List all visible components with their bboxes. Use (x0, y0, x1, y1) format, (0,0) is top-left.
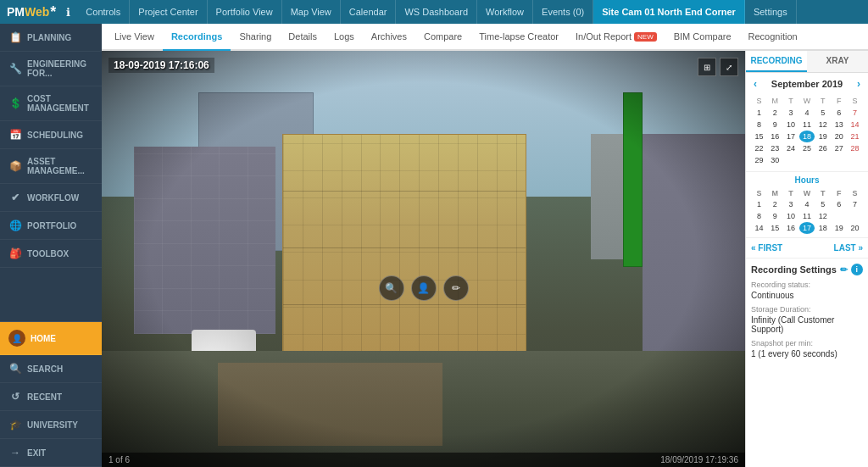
hour-cell[interactable]: 20 (847, 222, 863, 234)
hour-cell[interactable]: 9 (767, 210, 783, 222)
tab-bim-compare[interactable]: BIM Compare (665, 24, 740, 51)
calendar-day[interactable]: 15 (751, 131, 767, 142)
hour-cell[interactable]: 14 (751, 222, 767, 234)
sidebar-item-exit[interactable]: → EXIT (0, 439, 102, 467)
sidebar-item-cost[interactable]: 💲 COST MANAGEMENT (0, 86, 102, 121)
tab-timelapse[interactable]: Time-lapse Creator (470, 24, 567, 51)
calendar-day[interactable] (815, 154, 831, 166)
cal-prev-btn[interactable]: ‹ (751, 78, 760, 90)
sidebar-item-engineering[interactable]: 🔧 ENGINEERING FOR... (0, 52, 102, 86)
cal-next-btn[interactable]: › (854, 78, 863, 90)
tab-inout-report[interactable]: In/Out Report NEW (567, 24, 665, 51)
hour-cell[interactable]: 8 (751, 210, 767, 222)
hour-cell[interactable]: 3 (783, 198, 799, 210)
camera-edit-btn[interactable]: ✏ (443, 275, 469, 301)
hour-cell[interactable]: 7 (847, 198, 863, 210)
tab-compare[interactable]: Compare (415, 24, 470, 51)
topnav-workflow[interactable]: Workflow (477, 0, 533, 24)
sidebar-item-university[interactable]: 🎓 UNIVERSITY (0, 411, 102, 439)
panel-tab-recording[interactable]: RECORDING (746, 51, 807, 72)
topnav-ws-dashboard[interactable]: WS Dashboard (396, 0, 477, 24)
topnav-events[interactable]: Events (0) (533, 0, 593, 24)
sidebar-item-asset[interactable]: 📦 ASSET MANAGEME... (0, 149, 102, 184)
calendar-day[interactable]: 22 (751, 142, 767, 154)
camera-user-btn[interactable]: 👤 (411, 275, 437, 301)
calendar-day[interactable]: 2 (767, 107, 783, 119)
last-button[interactable]: LAST » (834, 243, 863, 253)
calendar-day[interactable]: 4 (799, 107, 815, 119)
calendar-day[interactable] (847, 154, 863, 166)
calendar-day[interactable]: 19 (815, 131, 831, 142)
calendar-day[interactable]: 3 (783, 107, 799, 119)
calendar-day[interactable]: 1 (751, 107, 767, 119)
calendar-day[interactable] (831, 154, 847, 166)
calendar-day[interactable]: 9 (767, 119, 783, 131)
tab-logs[interactable]: Logs (326, 24, 363, 51)
hour-cell[interactable]: 2 (767, 198, 783, 210)
tab-live-view[interactable]: Live View (106, 24, 163, 51)
topnav-info-icon[interactable]: ℹ (66, 6, 70, 19)
camera-zoom-btn[interactable]: 🔍 (379, 275, 404, 301)
calendar-day[interactable]: 11 (799, 119, 815, 131)
hour-cell[interactable]: 15 (767, 222, 783, 234)
hour-cell[interactable]: 12 (815, 210, 831, 222)
calendar-day[interactable]: 8 (751, 119, 767, 131)
calendar-day[interactable]: 10 (783, 119, 799, 131)
tab-recognition[interactable]: Recognition (740, 24, 806, 51)
calendar-day[interactable]: 23 (767, 142, 783, 154)
hour-cell[interactable] (831, 210, 847, 222)
recording-settings-edit-icon[interactable]: ✏ (840, 264, 848, 275)
tab-sharing[interactable]: Sharing (231, 24, 280, 51)
calendar-day[interactable]: 18 (799, 131, 815, 142)
calendar-day[interactable]: 6 (831, 107, 847, 119)
hour-cell[interactable]: 6 (831, 198, 847, 210)
sidebar-item-search[interactable]: 🔍 SEARCH (0, 355, 102, 383)
calendar-day[interactable]: 24 (783, 142, 799, 154)
calendar-day[interactable] (799, 154, 815, 166)
hour-cell[interactable] (847, 210, 863, 222)
calendar-day[interactable]: 30 (767, 154, 783, 166)
calendar-day[interactable]: 26 (815, 142, 831, 154)
calendar-day[interactable] (783, 154, 799, 166)
topnav-calendar[interactable]: Calendar (341, 0, 397, 24)
sidebar-item-workflow[interactable]: ✔ WORKFLOW (0, 184, 102, 212)
calendar-day[interactable]: 25 (799, 142, 815, 154)
sidebar-item-portfolio[interactable]: 🌐 PORTFOLIO (0, 212, 102, 240)
calendar-day[interactable]: 12 (815, 119, 831, 131)
topnav-controls[interactable]: Controls (77, 0, 130, 24)
calendar-day[interactable]: 5 (815, 107, 831, 119)
hour-cell[interactable]: 18 (815, 222, 831, 234)
calendar-day[interactable]: 17 (783, 131, 799, 142)
tab-details[interactable]: Details (280, 24, 326, 51)
calendar-day[interactable]: 14 (847, 119, 863, 131)
hour-cell[interactable]: 4 (799, 198, 815, 210)
hour-cell[interactable]: 5 (815, 198, 831, 210)
camera-fullscreen-btn[interactable]: ⤢ (720, 58, 738, 76)
camera-grid-btn[interactable]: ⊞ (698, 58, 716, 76)
calendar-day[interactable]: 29 (751, 154, 767, 166)
hour-cell[interactable]: 17 (799, 222, 815, 234)
hour-cell[interactable]: 10 (783, 210, 799, 222)
topnav-map-view[interactable]: Map View (282, 0, 341, 24)
recording-settings-info-icon[interactable]: i (851, 264, 863, 275)
calendar-day[interactable]: 21 (847, 131, 863, 142)
hour-cell[interactable]: 11 (799, 210, 815, 222)
sidebar-item-home[interactable]: 👤 HOME (0, 322, 102, 355)
calendar-day[interactable]: 27 (831, 142, 847, 154)
calendar-day[interactable]: 20 (831, 131, 847, 142)
hour-cell[interactable]: 19 (831, 222, 847, 234)
calendar-day[interactable]: 7 (847, 107, 863, 119)
first-button[interactable]: « FIRST (751, 243, 782, 253)
calendar-day[interactable]: 13 (831, 119, 847, 131)
sidebar-item-recent[interactable]: ↺ RECENT (0, 383, 102, 411)
topnav-site-cam[interactable]: Site Cam 01 North End Corner (593, 0, 745, 24)
panel-tab-xray[interactable]: XRAY (807, 51, 868, 72)
tab-recordings[interactable]: Recordings (163, 24, 231, 51)
topnav-project-center[interactable]: Project Center (130, 0, 207, 24)
sidebar-item-planning[interactable]: 📋 PLANNING (0, 24, 102, 52)
topnav-portfolio-view[interactable]: Portfolio View (208, 0, 282, 24)
topnav-settings[interactable]: Settings (745, 0, 797, 24)
sidebar-item-toolbox[interactable]: 🎒 TOOLBOX (0, 240, 102, 268)
sidebar-item-scheduling[interactable]: 📅 SCHEDULING (0, 121, 102, 149)
calendar-day[interactable]: 16 (767, 131, 783, 142)
